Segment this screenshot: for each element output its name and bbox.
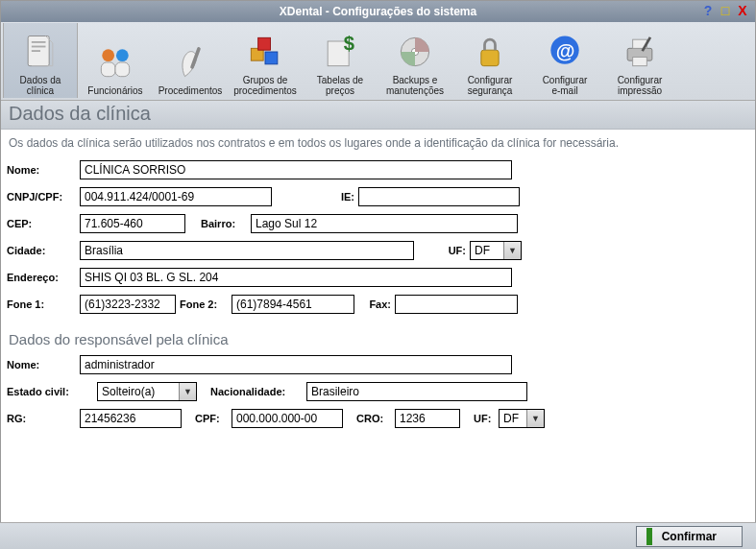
label-cep: CEP:	[7, 218, 76, 229]
chevron-down-icon: ▼	[179, 383, 196, 400]
toolbar-label: procedimentos	[233, 85, 297, 96]
rg-field[interactable]	[80, 409, 182, 428]
boxes-icon	[244, 31, 286, 73]
section-title: Dados da clínica	[1, 101, 755, 130]
svg-text:$: $	[344, 33, 354, 54]
uf-value: DF	[475, 244, 490, 257]
label-nacionalidade: Nacionalidade:	[210, 386, 303, 397]
svg-rect-2	[32, 46, 46, 48]
svg-rect-10	[265, 52, 278, 64]
title-bar: XDental - Configurações do sistema ? □ X	[1, 1, 755, 22]
label-endereco: Endereço:	[7, 272, 76, 283]
toolbar: Dados da clínica Funcionários Procedimen…	[1, 22, 755, 101]
svg-rect-6	[101, 62, 115, 77]
price-icon: $	[319, 31, 361, 73]
label-resp-nome: Nome:	[7, 359, 76, 370]
resp-nome-field[interactable]	[80, 355, 512, 374]
toolbar-grupos-procedimentos[interactable]: Grupos de procedimentos	[228, 23, 303, 98]
fax-field[interactable]	[395, 295, 518, 314]
section-description: Os dados da clínica serão utilizados nos…	[1, 130, 755, 160]
toolbar-label: Configurar	[468, 75, 513, 85]
resp-uf-value: DF	[503, 412, 519, 425]
fone2-field[interactable]	[232, 295, 354, 314]
toolbar-label: Configurar	[618, 75, 663, 85]
toolbar-label: Grupos de	[243, 75, 288, 85]
label-fax: Fax:	[358, 298, 391, 310]
lock-icon	[469, 31, 511, 73]
toolbar-tabelas-precos[interactable]: $ Tabelas de preços	[303, 23, 378, 98]
help-icon[interactable]: ?	[701, 3, 715, 18]
toolbar-label: clínica	[27, 85, 54, 96]
toolbar-label: segurança	[468, 85, 513, 96]
toolbar-label: Configurar	[543, 75, 588, 85]
uf-select[interactable]: DF ▼	[470, 241, 522, 260]
label-estado-civil: Estado civil:	[7, 386, 93, 397]
chevron-down-icon: ▼	[503, 242, 521, 259]
cnpj-field[interactable]	[80, 187, 272, 206]
toolbar-label: Funcionários	[87, 85, 142, 96]
svg-rect-21	[633, 58, 647, 66]
confirm-accent-icon	[646, 528, 652, 545]
email-icon: @	[544, 31, 586, 73]
toolbar-dados-clinica[interactable]: Dados da clínica	[3, 23, 78, 98]
label-rg: RG:	[7, 413, 76, 424]
toolbar-label: Backups e	[393, 75, 438, 85]
svg-point-5	[116, 49, 129, 61]
fone1-field[interactable]	[80, 295, 176, 314]
endereco-field[interactable]	[80, 268, 512, 287]
toolbar-backups[interactable]: Backups e manutenções	[378, 23, 452, 98]
label-nome: Nome:	[7, 164, 76, 176]
toolbar-label: Procedimentos	[159, 85, 223, 96]
nome-field[interactable]	[80, 160, 512, 179]
estado-civil-select[interactable]: Solteiro(a) ▼	[97, 382, 197, 401]
bairro-field[interactable]	[251, 214, 518, 233]
cidade-field[interactable]	[80, 241, 414, 260]
chevron-down-icon: ▼	[526, 410, 544, 427]
cpf-field[interactable]	[232, 409, 343, 428]
toolbar-procedimentos[interactable]: Procedimentos	[153, 23, 228, 98]
cep-field[interactable]	[80, 214, 185, 233]
label-bairro: Bairro:	[201, 218, 247, 229]
confirm-label: Confirmar	[662, 530, 717, 543]
toolbar-label: preços	[326, 85, 354, 96]
toolbar-label: Dados da	[20, 75, 61, 85]
nacionalidade-field[interactable]	[306, 382, 527, 401]
estado-civil-value: Solteiro(a)	[102, 385, 155, 398]
toolbar-label: manutenções	[386, 85, 444, 96]
toolbar-label: impressão	[618, 85, 662, 96]
svg-rect-7	[115, 62, 130, 77]
svg-rect-11	[258, 37, 271, 50]
toolbar-funcionarios[interactable]: Funcionários	[78, 23, 153, 98]
resp-uf-select[interactable]: DF ▼	[499, 409, 545, 428]
window-controls: ? □ X	[701, 3, 749, 18]
people-icon	[94, 41, 136, 84]
ie-field[interactable]	[358, 187, 520, 206]
responsavel-heading: Dados do responsável pela clínica	[7, 322, 749, 355]
svg-rect-1	[32, 41, 46, 43]
cro-field[interactable]	[395, 409, 460, 428]
svg-point-4	[102, 49, 114, 61]
label-uf2: UF:	[474, 413, 495, 424]
toolbar-label: Tabelas de	[317, 75, 363, 85]
document-icon	[19, 31, 61, 73]
toolbar-seguranca[interactable]: Configurar segurança	[452, 23, 527, 98]
svg-rect-3	[32, 50, 40, 52]
disc-icon	[394, 31, 436, 73]
printer-icon	[619, 31, 661, 73]
label-ie: IE:	[335, 191, 354, 203]
toolbar-label: e-mail	[551, 85, 577, 96]
toolbar-impressao[interactable]: Configurar impressão	[602, 23, 677, 98]
label-cidade: Cidade:	[7, 245, 76, 256]
svg-text:@: @	[556, 40, 575, 61]
label-cnpj: CNPJ/CPF:	[7, 191, 76, 203]
close-icon[interactable]: X	[736, 3, 749, 18]
label-fone1: Fone 1:	[7, 298, 76, 310]
maximize-icon[interactable]: □	[719, 3, 732, 18]
toolbar-email[interactable]: @ Configurar e-mail	[527, 23, 602, 98]
label-cro: CRO:	[356, 413, 391, 424]
clinic-form: Nome: CNPJ/CPF: IE: CEP: Bairro: Cidade:…	[1, 160, 755, 428]
label-fone2: Fone 2:	[180, 298, 228, 310]
label-cpf: CPF:	[195, 413, 228, 424]
confirm-button[interactable]: Confirmar	[636, 526, 743, 547]
label-uf: UF:	[441, 245, 466, 256]
